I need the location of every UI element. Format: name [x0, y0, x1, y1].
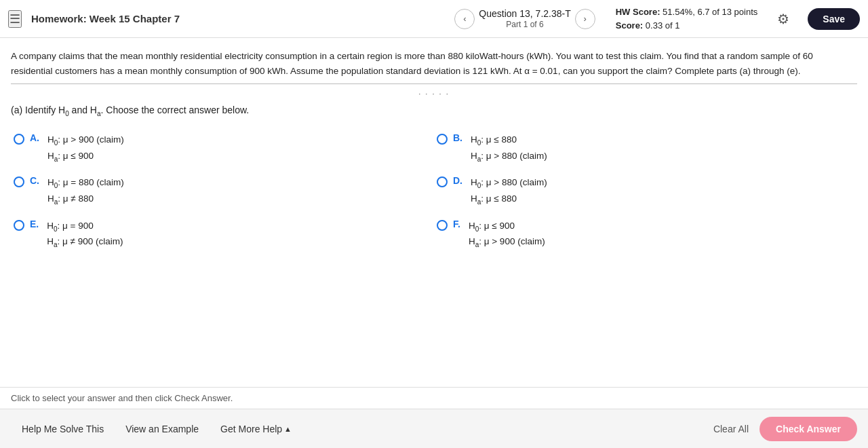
- score-info: HW Score: 51.54%, 6.7 of 13 points Score…: [616, 5, 758, 32]
- radio-a[interactable]: [14, 134, 24, 145]
- check-answer-button[interactable]: Check Answer: [760, 417, 857, 441]
- choice-b-letter: B.: [453, 132, 462, 143]
- question-nav: ‹ Question 13, 7.2.38-T Part 1 of 6 ›: [454, 7, 595, 31]
- part-a-label: (a) Identify H0 and Ha. Choose the corre…: [11, 105, 857, 117]
- help-me-solve-button[interactable]: Help Me Solve This: [11, 418, 115, 440]
- choice-f-letter: F.: [453, 219, 460, 229]
- title-bold: Week 15 Chapter 7: [90, 13, 180, 24]
- prev-question-button[interactable]: ‹: [454, 9, 475, 29]
- radio-e[interactable]: [14, 220, 24, 231]
- content-area: A company claims that the mean monthly r…: [0, 38, 868, 387]
- status-bar: Click to select your answer and then cli…: [0, 387, 868, 409]
- choice-c: C. H0: μ = 880 (claim) Ha: μ ≠ 880: [11, 170, 434, 212]
- choice-f: F. H0: μ ≤ 900 Ha: μ > 900 (claim): [434, 213, 857, 256]
- expand-dots: · · · · ·: [11, 90, 857, 98]
- question-info: Question 13, 7.2.38-T Part 1 of 6: [479, 7, 570, 31]
- choice-b: B. H0: μ ≤ 880 Ha: μ > 880 (claim): [434, 127, 857, 170]
- get-more-help-button[interactable]: Get More Help ▲: [210, 418, 302, 440]
- choices-grid: A. H0: μ > 900 (claim) Ha: μ ≤ 900 B. H0…: [11, 127, 857, 256]
- homework-title: Homework: Week 15 Chapter 7: [31, 13, 180, 24]
- choice-d-text: H0: μ > 880 (claim) Ha: μ ≤ 880: [471, 175, 547, 207]
- clear-all-button[interactable]: Clear All: [703, 418, 760, 440]
- chevron-up-icon: ▲: [284, 425, 292, 433]
- problem-text: A company claims that the mean monthly r…: [11, 49, 857, 78]
- sub0: 0: [65, 110, 69, 117]
- hw-score: HW Score: 51.54%, 6.7 of 13 points: [616, 5, 758, 19]
- choice-a: A. H0: μ > 900 (claim) Ha: μ ≤ 900: [11, 127, 434, 170]
- choice-e-letter: E.: [30, 219, 39, 229]
- choice-c-letter: C.: [30, 175, 39, 186]
- radio-f[interactable]: [437, 220, 448, 231]
- menu-icon[interactable]: ☰: [8, 10, 22, 28]
- choice-c-text: H0: μ = 880 (claim) Ha: μ ≠ 880: [47, 175, 124, 207]
- header: ☰ Homework: Week 15 Chapter 7 ‹ Question…: [0, 0, 868, 38]
- next-question-button[interactable]: ›: [575, 9, 595, 29]
- choice-d-letter: D.: [453, 175, 462, 186]
- title-prefix: Homework:: [31, 13, 90, 24]
- choice-b-text: H0: μ ≤ 880 Ha: μ > 880 (claim): [471, 132, 547, 164]
- radio-d[interactable]: [437, 176, 448, 187]
- suba: a: [97, 110, 101, 117]
- view-example-button[interactable]: View an Example: [115, 418, 210, 440]
- choice-e: E. H0: μ = 900 Ha: μ ≠ 900 (claim): [11, 213, 434, 256]
- choice-e-text: H0: μ = 900 Ha: μ ≠ 900 (claim): [47, 219, 123, 250]
- footer: Help Me Solve This View an Example Get M…: [0, 409, 868, 448]
- save-button[interactable]: Save: [808, 8, 860, 30]
- choice-a-text: H0: μ > 900 (claim) Ha: μ ≤ 900: [47, 132, 124, 164]
- radio-c[interactable]: [14, 176, 24, 187]
- choice-a-letter: A.: [30, 132, 39, 143]
- question-part: Part 1 of 6: [479, 20, 570, 31]
- divider: [11, 83, 857, 84]
- score: Score: 0.33 of 1: [616, 19, 758, 33]
- settings-button[interactable]: ⚙: [771, 7, 795, 31]
- choice-f-text: H0: μ ≤ 900 Ha: μ > 900 (claim): [469, 219, 545, 250]
- choice-d: D. H0: μ > 880 (claim) Ha: μ ≤ 880: [434, 170, 857, 212]
- question-id: Question 13, 7.2.38-T: [479, 7, 570, 20]
- status-text: Click to select your answer and then cli…: [11, 393, 233, 403]
- radio-b[interactable]: [437, 134, 448, 145]
